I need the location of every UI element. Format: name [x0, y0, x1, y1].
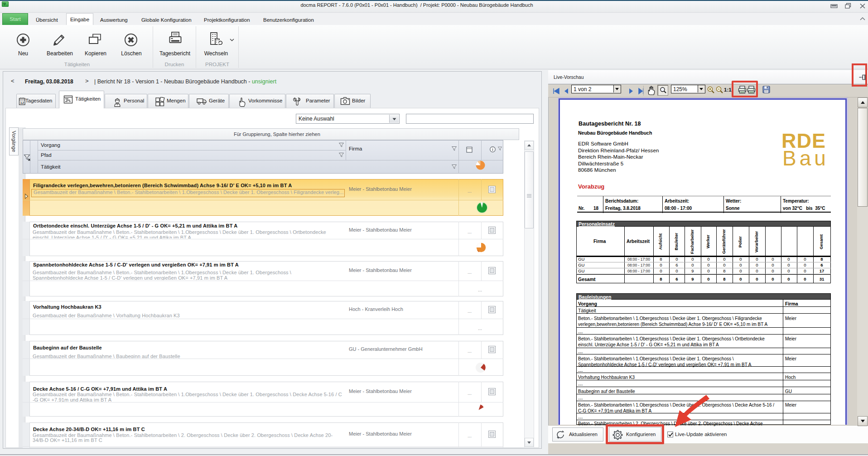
- svg-text:12: 12: [20, 101, 24, 105]
